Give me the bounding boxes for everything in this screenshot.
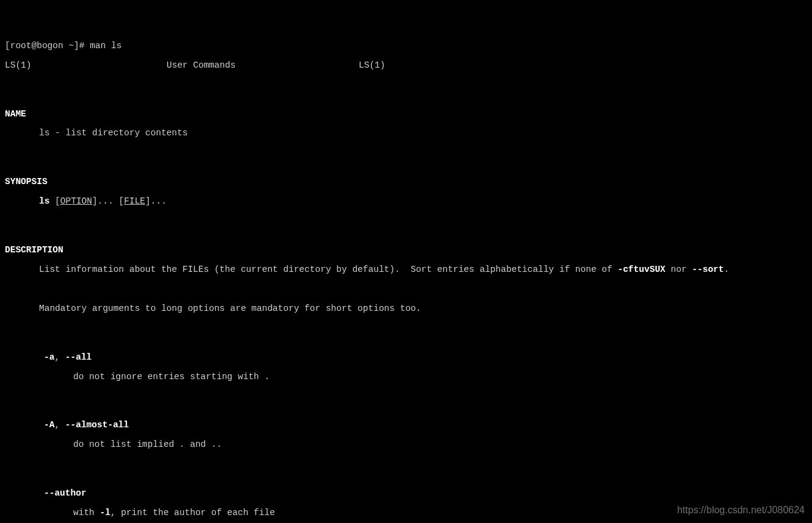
section-name-heading: NAME — [5, 110, 807, 119]
man-header: LS(1)User CommandsLS(1) — [5, 61, 807, 71]
blank-line — [5, 460, 807, 469]
section-synopsis-heading: SYNOPSIS — [5, 177, 807, 187]
synopsis-line: ls [OPTION]... [FILE]... — [5, 197, 807, 207]
section-description-heading: DESCRIPTION — [5, 246, 807, 255]
blank-line — [5, 285, 807, 294]
blank-line — [5, 216, 807, 226]
name-text: ls - list directory contents — [5, 129, 807, 138]
description-intro1: List information about the FILEs (the cu… — [5, 265, 807, 275]
header-right: LS(1) — [359, 61, 386, 71]
blank-line — [5, 80, 807, 90]
opt-A-desc: do not list implied . and .. — [5, 440, 807, 450]
blank-line — [5, 148, 807, 158]
opt-author: --author — [5, 489, 807, 499]
opt-a-desc: do not ignore entries starting with . — [5, 372, 807, 382]
opt-a: -a, --all — [5, 353, 807, 363]
blank-line — [5, 392, 807, 402]
synopsis-cmd: ls — [39, 196, 49, 206]
header-left: LS(1) — [5, 61, 167, 71]
blank-line — [5, 324, 807, 333]
watermark-text: https://blog.csdn.net/J080624 — [677, 505, 805, 516]
prompt-user-host: [root@bogon ~]# — [5, 41, 85, 51]
prompt-command[interactable]: man ls — [90, 41, 121, 51]
synopsis-file: FILE — [124, 196, 145, 206]
header-center: User Commands — [167, 61, 359, 71]
opt-A: -A, --almost-all — [5, 421, 807, 430]
shell-prompt: [root@bogon ~]# man ls — [5, 41, 807, 51]
synopsis-option: OPTION — [60, 196, 92, 206]
description-intro2: Mandatory arguments to long options are … — [5, 304, 807, 314]
